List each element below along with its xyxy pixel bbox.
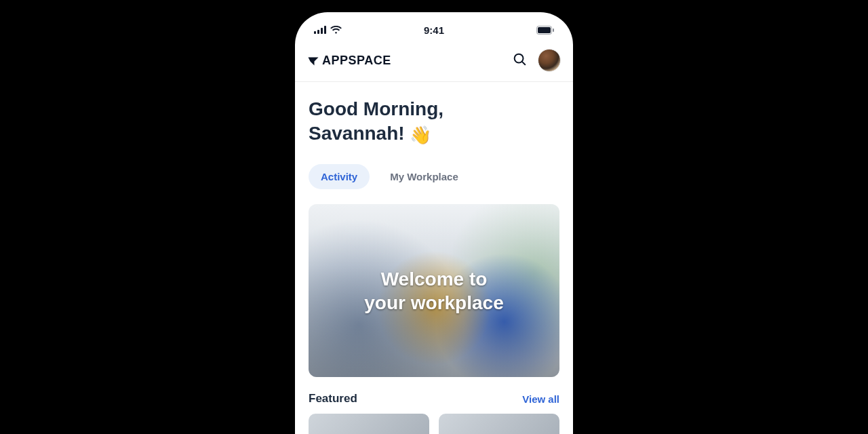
brand-logo[interactable]: APPSPACE [307, 54, 391, 68]
wifi-icon [330, 26, 342, 34]
brand-mark-icon [307, 54, 319, 66]
svg-rect-6 [553, 28, 554, 32]
hero-text: Welcome to your workplace [353, 267, 514, 315]
brand-name: APPSPACE [322, 54, 391, 68]
svg-rect-3 [324, 26, 326, 34]
svg-line-8 [522, 62, 525, 64]
battery-icon [536, 26, 554, 35]
view-all-link[interactable]: View all [522, 393, 559, 405]
greeting-line1: Good Morning, [309, 98, 443, 119]
phone-frame: 9:41 APPSPACE [295, 12, 573, 434]
hero-card[interactable]: Welcome to your workplace [309, 204, 559, 377]
svg-rect-5 [538, 27, 551, 33]
app-header: APPSPACE [295, 42, 573, 82]
featured-cards [309, 414, 559, 434]
featured-title: Featured [309, 392, 357, 406]
svg-rect-1 [317, 30, 319, 34]
cellular-signal-icon [314, 26, 326, 34]
wave-emoji: 👋 [410, 125, 431, 145]
tab-activity[interactable]: Activity [309, 164, 370, 189]
tab-my-workplace[interactable]: My Workplace [378, 164, 471, 189]
greeting-line2: Savannah! [309, 123, 405, 144]
hero-line2: your workplace [364, 292, 503, 313]
search-button[interactable] [512, 52, 527, 69]
status-bar: 9:41 [295, 12, 573, 42]
status-time: 9:41 [424, 24, 444, 36]
hero-line1: Welcome to [381, 269, 488, 290]
tabs: Activity My Workplace [309, 164, 559, 189]
main-content: Good Morning, Savannah! 👋 Activity My Wo… [295, 82, 573, 434]
search-icon [512, 52, 527, 66]
avatar[interactable] [538, 49, 561, 72]
svg-rect-2 [321, 28, 323, 34]
featured-card[interactable] [439, 414, 559, 434]
featured-card[interactable] [309, 414, 429, 434]
svg-rect-0 [314, 31, 316, 34]
featured-header: Featured View all [309, 392, 559, 406]
greeting: Good Morning, Savannah! 👋 [309, 97, 559, 146]
